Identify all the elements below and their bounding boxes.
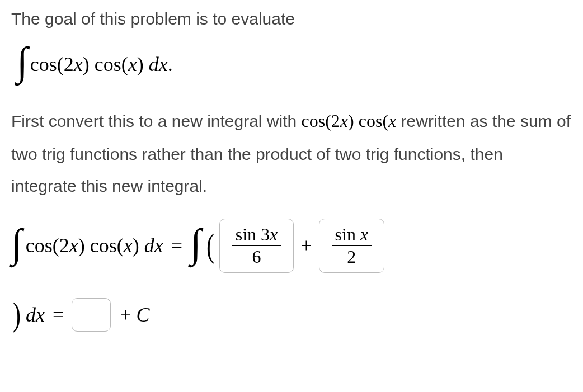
lhs-integrand: cos(2x) cos(x) dx [26, 234, 163, 257]
plus-sign: + [300, 234, 312, 257]
fraction-2: sin x 2 [332, 225, 372, 267]
close-paren: ) [13, 295, 21, 334]
inline-math: cos(2x) cos(x [302, 111, 397, 131]
fraction-2-num: sin x [332, 225, 372, 246]
fraction-2-den: 2 [344, 246, 359, 267]
plus-c: + C [120, 303, 149, 327]
equals-2: = [53, 303, 64, 327]
lhs-integral-symbol: ∫ [11, 220, 22, 267]
equals-1: = [171, 234, 182, 257]
integral-symbol: ∫ [17, 39, 28, 85]
instruction-paragraph: First convert this to a new integral wit… [11, 104, 572, 202]
integrand-text: cos(2x) cos(x) dx. [30, 53, 173, 76]
fraction-1-num: sin 3x [232, 225, 281, 246]
integral-display: ∫ cos(2x) cos(x) dx. [17, 41, 572, 87]
answer-box-3[interactable] [72, 298, 111, 332]
open-paren: ( [206, 226, 214, 265]
rhs-integral-symbol: ∫ [190, 220, 201, 267]
intro-text: The goal of this problem is to evaluate [11, 6, 572, 32]
answer-box-1[interactable]: sin 3x 6 [219, 219, 294, 273]
equation-row: ∫ cos(2x) cos(x) dx = ∫ ( sin 3x 6 + sin… [11, 219, 572, 334]
answer-box-2[interactable]: sin x 2 [319, 219, 385, 273]
dx-text: dx [26, 303, 45, 327]
paragraph-part1: First convert this to a new integral wit… [11, 112, 302, 130]
fraction-1: sin 3x 6 [232, 225, 281, 267]
fraction-1-den: 6 [248, 246, 264, 267]
